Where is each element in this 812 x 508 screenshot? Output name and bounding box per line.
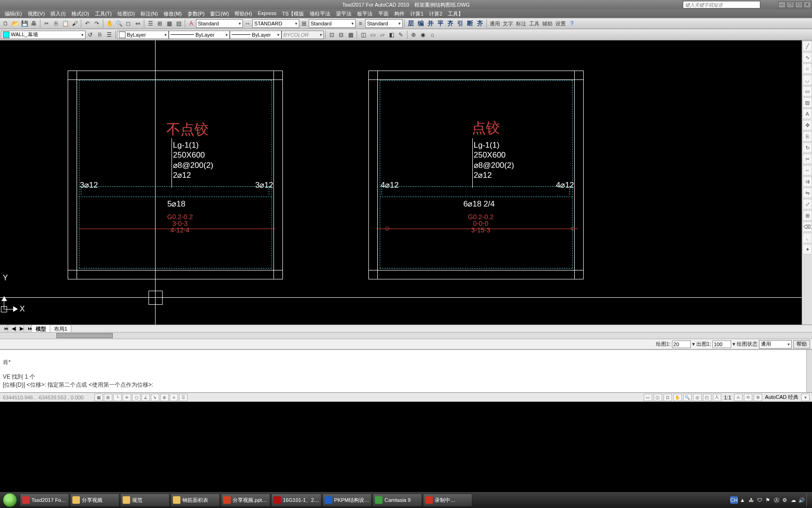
tb-e[interactable]: ▭: [368, 30, 377, 40]
drawing-canvas[interactable]: ╱ ∿ ○ ◡ ▭ ▨ A ✥ ⎘ ↻ ✂ ↔ ⇉ ⇋ ⤢ ⊞ ⌫ ◟ ✦ 不点…: [0, 40, 812, 325]
vtool-mirror[interactable]: ⇋: [803, 188, 812, 198]
menu-modify[interactable]: 修改(M): [161, 9, 185, 18]
menu-express[interactable]: Express: [255, 9, 279, 18]
menu-edit[interactable]: 编辑(E): [2, 9, 25, 18]
task-tssd[interactable]: Tssd2017 Fo…: [20, 493, 69, 507]
vtool-fillet[interactable]: ◟: [803, 233, 812, 243]
tray-flag-icon[interactable]: ⚑: [764, 496, 772, 504]
new-button[interactable]: 🗋: [1, 19, 10, 28]
tb-g[interactable]: ◧: [387, 30, 396, 40]
menu-window[interactable]: 窗口(W): [207, 9, 232, 18]
menu-calc2[interactable]: 计算2: [426, 9, 445, 18]
vtool-offset[interactable]: ⇉: [803, 176, 812, 187]
vtool-pline[interactable]: ∿: [803, 52, 812, 63]
designctr-button[interactable]: ⊞: [155, 19, 164, 28]
start-button[interactable]: [0, 492, 20, 508]
layer-prev-button[interactable]: ↺: [86, 30, 95, 40]
help-search-input[interactable]: [683, 1, 760, 8]
close-button[interactable]: ✕: [804, 1, 811, 8]
restore-button[interactable]: ❐: [787, 1, 794, 8]
ts-btn-layer[interactable]: 层: [406, 19, 416, 28]
menu-slab[interactable]: 板平法: [354, 9, 375, 18]
tb-j[interactable]: ◉: [418, 30, 428, 40]
ortho-toggle[interactable]: └: [113, 394, 122, 401]
redo-button[interactable]: ↷: [92, 19, 102, 28]
hscrollbar[interactable]: [0, 332, 812, 339]
matchprop-button[interactable]: 🖌: [70, 19, 79, 28]
tb-a[interactable]: ⊡: [327, 30, 336, 40]
tb-c[interactable]: ▦: [346, 30, 355, 40]
menu-ts-template[interactable]: TS【模版: [279, 9, 307, 18]
ts-btn-merge[interactable]: 并: [426, 19, 436, 28]
vtool-move[interactable]: ✥: [803, 120, 812, 130]
dyn-toggle[interactable]: ⊕: [160, 394, 169, 401]
grid-toggle[interactable]: ⊞: [104, 394, 112, 401]
tray-shield-icon[interactable]: 🛡: [756, 496, 763, 504]
layer-combo[interactable]: WALL_幕墙: [1, 31, 86, 39]
layer-states-button[interactable]: ⎘: [95, 30, 104, 40]
sheetset-button[interactable]: ▤: [174, 19, 183, 28]
tray-net-icon[interactable]: 🖧: [747, 496, 755, 504]
menu-beam[interactable]: 梁平法: [333, 9, 354, 18]
tb-k[interactable]: ⌂: [428, 30, 437, 40]
menu-wallcol[interactable]: 墙柱平法: [307, 9, 333, 18]
polar-toggle[interactable]: ✛: [123, 394, 131, 401]
menu-dim[interactable]: 标注(N): [138, 9, 161, 18]
tb-d[interactable]: ◫: [359, 30, 368, 40]
ducs-toggle[interactable]: ↳: [151, 394, 159, 401]
maximize-button[interactable]: ☐: [795, 1, 803, 8]
tray-a-icon[interactable]: Ⓐ: [773, 496, 780, 504]
task-pkpm[interactable]: PKPM结构设…: [322, 493, 372, 507]
vtool-rect[interactable]: ▭: [803, 86, 812, 96]
print-button[interactable]: 🖶: [29, 19, 39, 28]
save-button[interactable]: 💾: [20, 19, 29, 28]
dimstyle-combo[interactable]: STANDARD: [252, 19, 299, 28]
minimize-button[interactable]: —: [778, 1, 786, 8]
props-button[interactable]: ☰: [146, 19, 155, 28]
vtool-hatch[interactable]: ▨: [803, 97, 812, 108]
vtool-rotate[interactable]: ↻: [803, 143, 812, 153]
menu-plan[interactable]: 平面: [375, 9, 391, 18]
vtool-trim[interactable]: ✂: [803, 154, 812, 164]
ts-panel-general[interactable]: 通用: [488, 20, 501, 27]
draw-scale-input[interactable]: [672, 341, 691, 348]
otrack-toggle[interactable]: ∠: [141, 394, 150, 401]
tb-i[interactable]: ⊕: [409, 30, 418, 40]
mlstyle-icon[interactable]: ≡: [356, 19, 365, 28]
ts-help-icon[interactable]: ?: [567, 19, 577, 28]
open-button[interactable]: 📂: [10, 19, 20, 28]
tray-cloud-icon[interactable]: ☁: [789, 496, 797, 504]
zoom-button[interactable]: 🔍: [114, 19, 124, 28]
task-recording[interactable]: 录制中…: [423, 493, 472, 507]
ime-indicator[interactable]: CH: [730, 496, 738, 504]
ts-panel-tool[interactable]: 工具: [528, 20, 541, 27]
annoscale-icon[interactable]: 人: [713, 394, 721, 401]
vtool-circle[interactable]: ○: [803, 64, 812, 74]
workspace-label[interactable]: AutoCAD 经典: [763, 394, 800, 401]
ts-panel-text[interactable]: 文字: [501, 20, 515, 27]
tab-last[interactable]: ⏭: [24, 325, 32, 332]
color-combo[interactable]: ByLayer: [117, 31, 169, 39]
state-combo[interactable]: 通用: [759, 340, 792, 349]
sb-steer[interactable]: ◎: [693, 394, 702, 401]
sb-pan[interactable]: ✋: [673, 394, 682, 401]
menu-ts-tools[interactable]: 工具】: [445, 9, 466, 18]
menu-draw[interactable]: 绘图(D): [115, 9, 138, 18]
annovisibility-toggle[interactable]: A: [734, 394, 742, 401]
sb-cube[interactable]: ◰: [703, 394, 711, 401]
menu-member[interactable]: 构件: [391, 9, 407, 18]
ts-btn-flat[interactable]: 平: [436, 19, 445, 28]
sb-zoom[interactable]: 🔍: [683, 394, 692, 401]
vtool-erase[interactable]: ⌫: [803, 222, 812, 232]
vtool-explode[interactable]: ✦: [803, 244, 812, 254]
task-folder-3[interactable]: 钢筋面积表: [171, 493, 220, 507]
mlstyle-combo[interactable]: Standard: [365, 19, 403, 28]
tablestyle-combo[interactable]: Standard: [309, 19, 356, 28]
tb-h[interactable]: ✎: [396, 30, 406, 40]
linetype-combo[interactable]: ByLayer: [169, 31, 230, 39]
ts-btn-break[interactable]: 断: [465, 19, 475, 28]
menu-insert[interactable]: 插入(I): [47, 9, 68, 18]
tray-settings-icon[interactable]: ⚙: [781, 496, 789, 504]
command-window[interactable]: 肖* VE 找到 1 个 [位移(D)] <位移>: 指定第二个点或 <使用第一…: [0, 349, 812, 392]
ws-menu[interactable]: ▾: [801, 394, 810, 401]
